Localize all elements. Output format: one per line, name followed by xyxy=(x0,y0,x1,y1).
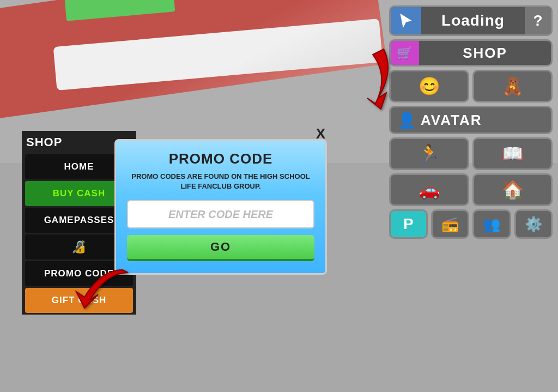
close-button[interactable]: X xyxy=(316,125,325,142)
parking-button[interactable]: P xyxy=(389,209,428,239)
red-arrow-2-svg xyxy=(74,267,139,322)
red-arrow-1-svg xyxy=(335,44,400,120)
run-button[interactable]: 🏃 xyxy=(389,137,469,170)
transport-row: 🚗 🏠 xyxy=(389,173,553,206)
promo-dialog: X PROMO CODE PROMO CODES ARE FOUND ON TH… xyxy=(114,139,327,275)
book-button[interactable]: 📖 xyxy=(472,137,553,170)
gear-icon: ⚙️ xyxy=(525,216,542,233)
group-button[interactable]: 👥 xyxy=(472,209,511,239)
arrow-2 xyxy=(74,267,139,324)
gear-button[interactable]: ⚙️ xyxy=(514,209,553,239)
loading-button[interactable]: Loading ? xyxy=(389,5,553,36)
question-button[interactable]: ? xyxy=(525,7,551,34)
house-button[interactable]: 🏠 xyxy=(472,173,553,206)
promo-description: PROMO CODES ARE FOUND ON THE HIGH SCHOOL… xyxy=(127,172,314,191)
shop-label: SHOP xyxy=(419,45,551,62)
settings-row: P 📻 👥 ⚙️ xyxy=(389,209,553,239)
shop-button[interactable]: 🛒 SHOP xyxy=(389,39,553,67)
car-button[interactable]: 🚗 xyxy=(389,173,469,206)
smiley-button[interactable]: 😊 xyxy=(389,70,469,102)
top-right-ui: Loading ? 🛒 SHOP 😊 🧸 👤 AVATAR 🏃 📖 🚗 xyxy=(389,5,553,239)
car-icon: 🚗 xyxy=(418,179,440,200)
cursor-icon xyxy=(397,12,415,29)
radio-icon: 📻 xyxy=(441,216,459,233)
loading-icon-box xyxy=(391,7,421,34)
teddy-icon: 🧸 xyxy=(502,76,524,97)
run-icon: 🏃 xyxy=(418,143,440,164)
go-button[interactable]: GO xyxy=(127,235,314,261)
teddy-button[interactable]: 🧸 xyxy=(472,70,553,102)
house-icon: 🏠 xyxy=(502,179,524,200)
promo-title: PROMO CODE xyxy=(127,150,314,167)
group-icon: 👥 xyxy=(483,216,500,233)
avatar-icon: 👤 xyxy=(397,111,416,129)
avatar-label: AVATAR xyxy=(421,112,482,129)
radio-button[interactable]: 📻 xyxy=(431,209,470,239)
loading-label: Loading xyxy=(421,12,525,29)
activity-row: 🏃 📖 xyxy=(389,137,553,170)
arrow-1 xyxy=(335,44,400,122)
smiley-icon: 😊 xyxy=(418,76,440,97)
promo-code-input[interactable] xyxy=(127,200,314,228)
book-icon: 📖 xyxy=(502,143,524,164)
parking-icon: P xyxy=(403,215,414,233)
emote-row: 😊 🧸 xyxy=(389,70,553,102)
avatar-button[interactable]: 👤 AVATAR xyxy=(389,106,553,134)
